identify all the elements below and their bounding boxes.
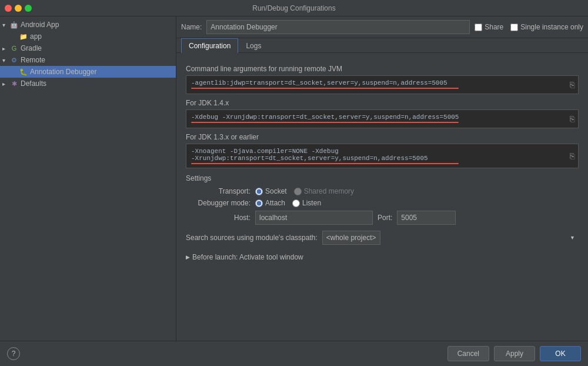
debugger-mode-radio-group: Attach Listen	[255, 199, 321, 207]
tree-icon-app: 📁	[19, 32, 28, 41]
window-title: Run/Debug Configurations	[252, 4, 335, 12]
sidebar-label-app: app	[30, 32, 42, 41]
transport-label: Transport:	[186, 187, 250, 195]
jdk13-title: For JDK 1.3.x or earlier	[186, 133, 579, 141]
single-instance-label: Single instance only	[520, 23, 583, 31]
title-bar: Run/Debug Configurations	[0, 0, 588, 16]
classpath-select[interactable]: <whole project>	[322, 231, 380, 245]
tree-icon-gradle: G	[9, 44, 19, 53]
name-label: Name:	[181, 23, 202, 31]
tab-configuration[interactable]: Configuration	[181, 38, 238, 53]
jdk14-value: -Xdebug -Xrunjdwp:transport=dt_socket,se…	[191, 114, 459, 121]
tree-arrow-gradle: ▸	[2, 45, 9, 52]
expand-arrow-icon: ▶	[186, 254, 190, 260]
before-launch-label: Before launch: Activate tool window	[192, 253, 303, 261]
tree-icon-android-app: 🤖	[9, 20, 19, 29]
window-controls[interactable]	[5, 5, 32, 12]
jdk13-copy-btn[interactable]: ⎘	[569, 150, 576, 162]
debugger-mode-label: Debugger mode:	[186, 199, 250, 207]
sidebar-item-gradle[interactable]: ▸GGradle	[0, 42, 176, 54]
host-port-row: Host: Port:	[186, 211, 579, 225]
socket-radio[interactable]	[255, 188, 263, 195]
cmd-line-title: Command line arguments for running remot…	[186, 65, 579, 73]
jdk14-box: -Xdebug -Xrunjdwp:transport=dt_socket,se…	[186, 109, 579, 128]
sidebar-label-gradle: Gradle	[21, 44, 42, 52]
shared-memory-radio[interactable]	[294, 188, 302, 195]
tab-logs[interactable]: Logs	[238, 38, 269, 53]
tree-icon-remote: ⚙	[9, 55, 19, 65]
sidebar-item-remote[interactable]: ▾⚙Remote	[0, 54, 176, 66]
sidebar-label-remote: Remote	[21, 56, 45, 64]
tree-arrow-remote: ▾	[2, 57, 9, 64]
single-instance-checkbox[interactable]	[510, 24, 518, 31]
share-checkbox-label[interactable]: Share	[475, 23, 503, 31]
tree-icon-annotation-debugger: 🐛	[19, 67, 28, 76]
config-content: Command line arguments for running remot…	[176, 53, 588, 341]
sidebar-label-android-app: Android App	[21, 21, 59, 29]
socket-radio-label[interactable]: Socket	[255, 187, 287, 195]
sidebar: ▾🤖Android App📁app▸GGradle▾⚙Remote🐛Annota…	[0, 16, 176, 341]
action-buttons: Cancel Apply OK	[447, 346, 581, 361]
port-input[interactable]	[397, 211, 456, 225]
jdk14-underline	[191, 122, 459, 123]
jdk14-copy-btn[interactable]: ⎘	[569, 113, 576, 125]
sidebar-item-annotation-debugger[interactable]: 🐛Annotation Debugger	[0, 66, 176, 78]
single-instance-checkbox-label[interactable]: Single instance only	[510, 23, 583, 31]
tree-icon-defaults: ✱	[9, 79, 19, 88]
sidebar-item-app[interactable]: 📁app	[0, 31, 176, 42]
main-layout: ▾🤖Android App📁app▸GGradle▾⚙Remote🐛Annota…	[0, 16, 588, 341]
socket-label: Socket	[265, 187, 287, 195]
attach-label: Attach	[265, 199, 285, 207]
name-bar: Name: Share Single instance only	[176, 16, 588, 38]
cmd-line-copy-btn[interactable]: ⎘	[569, 79, 576, 91]
listen-label: Listen	[302, 199, 321, 207]
host-input[interactable]	[255, 211, 373, 225]
share-label: Share	[485, 23, 503, 31]
help-button[interactable]: ?	[7, 347, 20, 360]
sidebar-label-annotation-debugger: Annotation Debugger	[30, 68, 96, 76]
host-label: Host:	[186, 214, 250, 222]
classpath-select-wrapper: <whole project>	[322, 231, 579, 245]
settings-section: Settings Transport: Socket Shared memory	[186, 174, 579, 225]
debugger-mode-row: Debugger mode: Attach Listen	[186, 199, 579, 207]
listen-radio[interactable]	[292, 199, 300, 207]
jdk14-title: For JDK 1.4.x	[186, 99, 579, 107]
maximize-button[interactable]	[25, 5, 32, 12]
attach-radio-label[interactable]: Attach	[255, 199, 285, 207]
jdk13-box: -Xnoagent -Djava.compiler=NONE -Xdebug -…	[186, 144, 579, 168]
transport-row: Transport: Socket Shared memory	[186, 187, 579, 195]
checkbox-group: Share Single instance only	[475, 23, 583, 31]
listen-radio-label[interactable]: Listen	[292, 199, 321, 207]
name-input[interactable]	[206, 20, 470, 34]
shared-memory-label: Shared memory	[304, 187, 354, 195]
tree-arrow-android-app: ▾	[2, 22, 9, 28]
content-area: Name: Share Single instance only Configu…	[176, 16, 588, 341]
settings-title: Settings	[186, 174, 579, 182]
classpath-label: Search sources using module's classpath:	[186, 234, 318, 242]
cmd-line-box: -agentlib:jdwp=transport=dt_socket,serve…	[186, 75, 579, 94]
ok-button[interactable]: OK	[540, 346, 581, 361]
transport-radio-group: Socket Shared memory	[255, 187, 354, 195]
sidebar-item-defaults[interactable]: ▸✱Defaults	[0, 78, 176, 89]
classpath-row: Search sources using module's classpath:…	[186, 231, 579, 245]
before-launch[interactable]: ▶ Before launch: Activate tool window	[186, 253, 579, 261]
cmd-line-underline	[191, 88, 459, 89]
cmd-line-value: -agentlib:jdwp=transport=dt_socket,serve…	[191, 79, 447, 86]
jdk13-underline	[191, 163, 459, 164]
share-checkbox[interactable]	[475, 24, 482, 31]
sidebar-item-android-app[interactable]: ▾🤖Android App	[0, 19, 176, 31]
port-label: Port:	[377, 214, 392, 222]
jdk13-line1: -Xnoagent -Djava.compiler=NONE -Xdebug	[191, 148, 339, 155]
bottom-bar: ? Cancel Apply OK	[0, 341, 588, 366]
apply-button[interactable]: Apply	[494, 346, 535, 361]
shared-memory-radio-label[interactable]: Shared memory	[294, 187, 354, 195]
minimize-button[interactable]	[15, 5, 22, 12]
tree-arrow-defaults: ▸	[2, 81, 9, 87]
tabs-bar: Configuration Logs	[176, 38, 588, 53]
sidebar-label-defaults: Defaults	[21, 79, 46, 88]
jdk13-line2: -Xrunjdwp:transport=dt_socket,server=y,s…	[191, 155, 428, 162]
close-button[interactable]	[5, 5, 12, 12]
attach-radio[interactable]	[255, 199, 263, 207]
cancel-button[interactable]: Cancel	[447, 346, 489, 361]
